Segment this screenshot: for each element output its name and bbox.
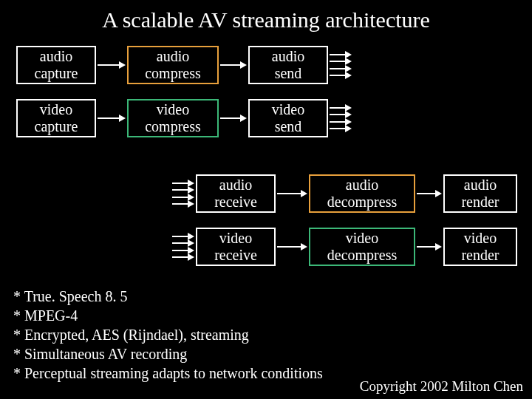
box-video-compress: videocompress	[127, 99, 219, 137]
page-title: A scalable AV streaming architecture	[0, 0, 532, 46]
note-item: * Encrypted, AES (Rijndael), streaming	[13, 325, 323, 344]
note-item: * Simultaneous AV recording	[13, 344, 323, 364]
note-item: * Perceptual streaming adapts to network…	[13, 364, 323, 383]
box-audio-render: audiorender	[443, 174, 517, 213]
box-video-capture: videocapture	[16, 99, 96, 137]
copyright-text: Copyright 2002 Milton Chen	[360, 378, 523, 395]
box-audio-decompress: audiodecompress	[309, 174, 415, 213]
box-audio-compress: audiocompress	[127, 46, 219, 84]
box-video-send: videosend	[248, 99, 328, 137]
note-item: * True. Speech 8. 5	[13, 287, 323, 306]
box-audio-capture: audiocapture	[16, 46, 96, 84]
box-video-receive: videoreceive	[196, 228, 276, 266]
notes-list: * True. Speech 8. 5 * MPEG-4 * Encrypted…	[13, 287, 323, 383]
box-audio-receive: audioreceive	[196, 174, 276, 213]
box-audio-send: audiosend	[248, 46, 328, 84]
note-item: * MPEG-4	[13, 306, 323, 325]
box-video-decompress: videodecompress	[309, 228, 415, 266]
box-video-render: videorender	[443, 228, 517, 266]
